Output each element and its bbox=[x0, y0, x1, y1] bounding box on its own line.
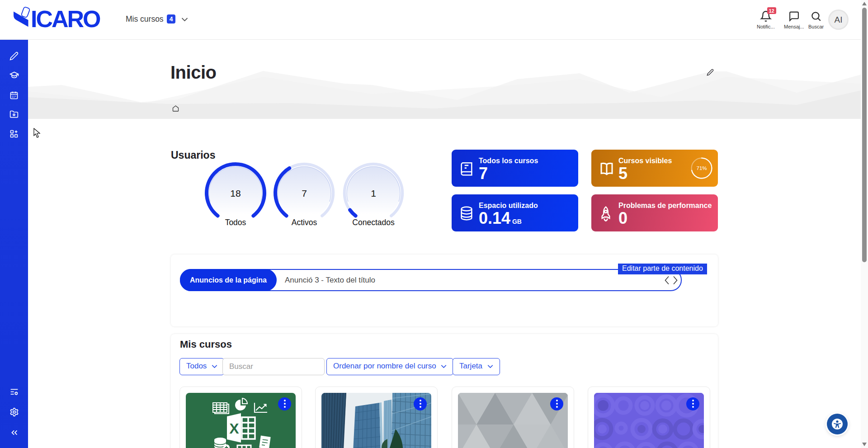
svg-text:71%: 71% bbox=[696, 165, 707, 171]
svg-text:X: X bbox=[229, 420, 239, 437]
svg-text:7: 7 bbox=[302, 188, 307, 198]
svg-text:1: 1 bbox=[371, 188, 376, 198]
svg-text:18: 18 bbox=[230, 188, 241, 198]
